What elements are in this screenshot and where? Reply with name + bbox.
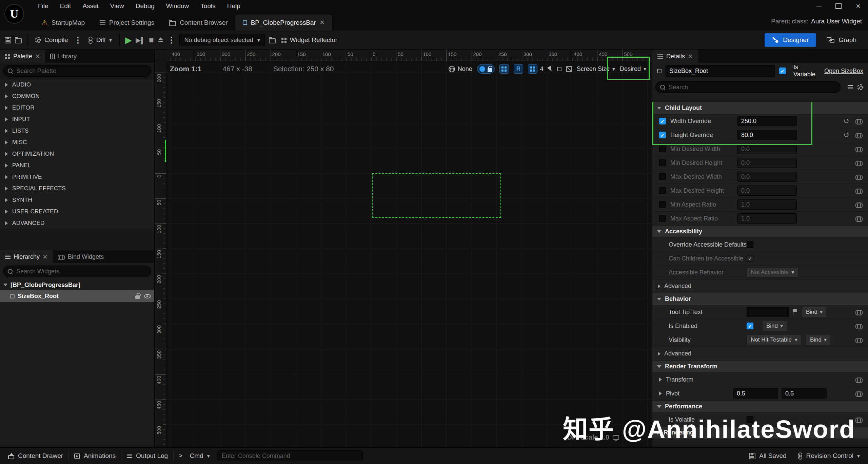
bind-link-icon[interactable] [855, 119, 863, 123]
palette-category[interactable]: SPECIAL EFFECTS [0, 183, 154, 194]
hierarchy-root-row[interactable]: [BP_GlobeProgressBar] [0, 279, 154, 290]
revert-icon[interactable] [843, 117, 849, 125]
palette-category[interactable]: USER CREATED [0, 206, 154, 217]
grid-snap-control[interactable]: 4 [528, 64, 544, 74]
chevron-right-icon[interactable] [659, 391, 662, 395]
edit-condition-checkbox[interactable] [659, 159, 666, 166]
palette-search[interactable] [3, 65, 151, 77]
localization-preview-select[interactable]: None [449, 65, 472, 73]
close-panel-icon[interactable] [43, 253, 47, 261]
tab-startup-map[interactable]: StartupMap [34, 15, 92, 31]
debug-object-select[interactable]: No debug object selected [179, 34, 265, 46]
cursor-tool-icon[interactable] [547, 66, 553, 72]
save-icon[interactable] [5, 37, 11, 43]
chevron-right-icon[interactable] [659, 378, 662, 382]
property-value-input[interactable]: 1.0 [737, 213, 797, 224]
section-header-child-layout[interactable]: Child Layout [652, 102, 868, 114]
console-command-box[interactable] [217, 450, 363, 461]
hierarchy-search[interactable] [3, 266, 151, 277]
browse-asset-icon[interactable] [15, 38, 22, 43]
cmd-select[interactable]: Cmd [174, 448, 215, 464]
property-value-input[interactable]: 0.0 [737, 172, 797, 182]
tooltip-text-input[interactable] [747, 307, 789, 317]
palette-category[interactable]: ADVANCED [0, 217, 154, 229]
tab-palette[interactable]: Palette [0, 50, 45, 63]
palette-category[interactable]: PRIMITIVE [0, 171, 154, 183]
behavior-advanced-expander[interactable]: Advanced [652, 347, 868, 361]
revision-control-button[interactable]: Revision Control [792, 448, 865, 464]
browse-debug-icon[interactable] [269, 38, 276, 43]
edit-condition-checkbox[interactable] [659, 146, 666, 152]
zoom-mode-select[interactable]: Desired [620, 65, 646, 73]
aspect-lock-toggle[interactable] [477, 64, 495, 74]
property-value-input[interactable]: 250.0 [737, 116, 797, 126]
edit-condition-checkbox[interactable] [659, 173, 666, 180]
canvas-grid[interactable] [166, 61, 652, 447]
palette-category[interactable]: AUDIO [0, 79, 154, 91]
flip-preview-icon[interactable] [566, 66, 572, 72]
palette-category[interactable]: OPTIMIZATION [0, 148, 154, 160]
is-variable-toggle[interactable]: Is Variable [779, 64, 820, 78]
hierarchy-item-sizebox-root[interactable]: SizeBox_Root [0, 290, 154, 302]
console-command-input[interactable] [222, 452, 359, 460]
palette-category[interactable]: SYNTH [0, 194, 154, 206]
palette-category[interactable]: COMMON [0, 91, 154, 102]
parent-class-link[interactable]: Aura User Widget [811, 18, 862, 25]
bind-link-icon[interactable] [855, 147, 863, 151]
is-enabled-checkbox[interactable] [747, 323, 753, 329]
bind-link-icon[interactable] [855, 310, 863, 314]
screen-size-select[interactable]: Screen Size [577, 65, 615, 73]
edit-condition-checkbox[interactable] [659, 215, 666, 222]
designer-mode-button[interactable]: Designer [765, 33, 816, 47]
revert-icon[interactable] [843, 131, 849, 139]
bind-link-icon[interactable] [855, 391, 863, 395]
accessible-behavior-dropdown[interactable]: Not Accessible [747, 267, 798, 277]
section-header-behavior[interactable]: Behavior [652, 293, 868, 305]
flag-icon[interactable] [792, 309, 797, 315]
close-tab-icon[interactable] [320, 18, 324, 27]
unreal-logo-icon[interactable]: U [4, 4, 24, 24]
tab-bp-globeprogressbar[interactable]: BP_GlobeProgressBar [235, 15, 332, 31]
widget-reflector-button[interactable]: Widget Reflector [279, 36, 339, 44]
menu-item[interactable]: Edit [54, 0, 77, 12]
close-panel-icon[interactable] [35, 52, 40, 61]
stop-button[interactable] [149, 36, 154, 44]
tab-hierarchy[interactable]: Hierarchy [0, 250, 53, 263]
designer-canvas[interactable]: 4003503002502001501005005010015020025030… [155, 50, 652, 447]
minimize-button[interactable] [809, 0, 829, 12]
widget-name-input[interactable] [666, 65, 775, 77]
is-variable-checkbox[interactable] [779, 67, 786, 74]
can-children-be-accessible-checkbox[interactable] [747, 255, 753, 262]
menu-item[interactable]: Help [221, 0, 246, 12]
bind-link-icon[interactable] [855, 324, 863, 328]
bind-link-icon[interactable] [855, 378, 863, 382]
close-panel-icon[interactable] [688, 52, 693, 61]
bind-link-icon[interactable] [855, 202, 863, 207]
visibility-bind-button[interactable]: Bind [806, 335, 830, 345]
edit-condition-checkbox[interactable] [659, 187, 666, 194]
palette-category[interactable]: EDITOR [0, 102, 154, 114]
diff-button[interactable]: Diff [86, 36, 114, 44]
selected-widget-outline[interactable] [372, 173, 501, 218]
edit-condition-checkbox[interactable] [659, 201, 666, 208]
respect-safe-zones-button[interactable]: R [514, 64, 523, 74]
menu-item[interactable]: Asset [77, 0, 104, 12]
visibility-dropdown[interactable]: Not Hit-Testable [747, 335, 802, 345]
graph-mode-button[interactable]: Graph [820, 36, 863, 44]
all-saved-button[interactable]: All Saved [744, 448, 792, 464]
palette-category[interactable]: INPUT [0, 114, 154, 125]
accessibility-advanced-expander[interactable]: Advanced [652, 279, 868, 293]
open-sizebox-link[interactable]: Open SizeBox [824, 67, 863, 75]
play-options-icon[interactable] [167, 35, 176, 45]
bind-link-icon[interactable] [855, 189, 863, 193]
eject-button[interactable] [158, 37, 164, 43]
property-value-input[interactable]: 0.0 [737, 158, 797, 168]
bind-link-icon[interactable] [855, 418, 863, 422]
play-button[interactable] [125, 36, 132, 45]
compile-button[interactable]: Compile [33, 36, 70, 44]
menu-item[interactable]: Tools [195, 0, 221, 12]
tab-content-browser[interactable]: Content Browser [162, 15, 235, 31]
edit-condition-checkbox[interactable] [659, 132, 666, 138]
property-value-input[interactable]: 0.0 [737, 144, 797, 154]
pivot-y-input[interactable]: 0.5 [782, 388, 827, 399]
